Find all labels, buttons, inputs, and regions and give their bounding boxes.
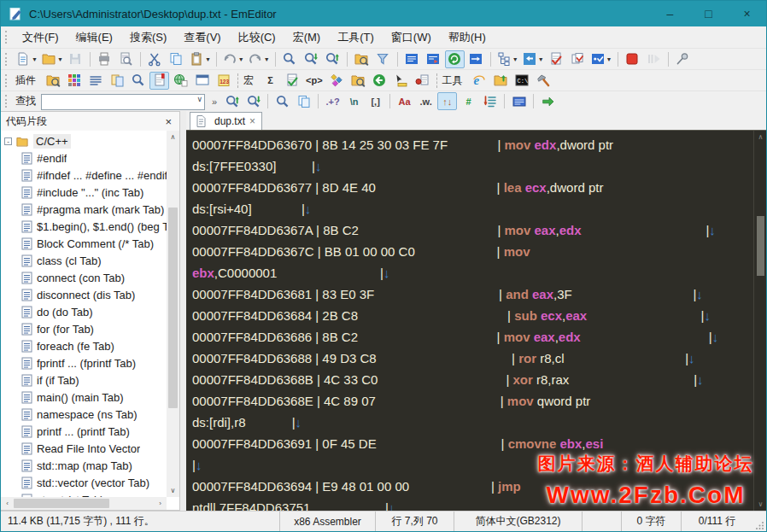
menu-item-F[interactable]: 文件(F): [14, 27, 67, 48]
findbar-overflow-icon[interactable]: »: [212, 96, 217, 107]
macro-back[interactable]: [370, 72, 389, 90]
find-previous-toolbar[interactable]: [323, 50, 343, 68]
tool-command-prompt[interactable]: C:\: [512, 72, 532, 90]
resize-grip[interactable]: [752, 512, 766, 531]
maximize-button[interactable]: □: [689, 1, 728, 26]
filter[interactable]: [373, 50, 393, 68]
macro-colors[interactable]: [327, 72, 347, 90]
use-escape-seq[interactable]: \n: [344, 92, 364, 110]
undo[interactable]: ▼: [221, 50, 245, 68]
tool-customize[interactable]: [534, 72, 553, 90]
macro-browse[interactable]: [348, 72, 368, 90]
editor-vscroll-thumb[interactable]: [757, 216, 764, 276]
wrap-by-page[interactable]: [466, 50, 486, 68]
use-number-ranges[interactable]: [,]: [366, 92, 385, 110]
scroll-down-icon[interactable]: ∨: [167, 484, 179, 497]
plugin-outline[interactable]: [85, 72, 105, 90]
find-in-files[interactable]: [352, 50, 372, 68]
tab-close-icon[interactable]: ×: [249, 115, 255, 127]
menu-item-H[interactable]: 帮助(H): [440, 27, 495, 48]
wrap-by-window[interactable]: [445, 50, 465, 68]
print[interactable]: [95, 50, 114, 68]
main-toolbar-grip[interactable]: [5, 53, 9, 66]
tree-collapse-icon[interactable]: -: [4, 137, 12, 145]
open-file-dropdown-icon[interactable]: ▼: [57, 56, 63, 62]
undo-dropdown-icon[interactable]: ▼: [238, 56, 244, 62]
menu-item-S[interactable]: 搜索(S): [121, 27, 175, 48]
find-previous[interactable]: [222, 92, 242, 110]
paste[interactable]: ▼: [188, 50, 212, 68]
jump-to-editor[interactable]: [538, 92, 558, 110]
plugin-web-preview[interactable]: [171, 72, 190, 90]
wrap-none[interactable]: [402, 50, 422, 68]
display-options[interactable]: [509, 92, 529, 110]
snippet-item[interactable]: #endif: [1, 149, 167, 167]
editor-area[interactable]: 00007FF84DD63670 | 8B 14 25 30 03 FE 7F …: [186, 131, 753, 511]
snippet-item[interactable]: printf ... (printf Tab): [1, 423, 167, 440]
open-file[interactable]: ▼: [40, 50, 64, 68]
plugins-toolbar-grip[interactable]: [5, 74, 9, 87]
copy[interactable]: [167, 50, 186, 68]
find-next[interactable]: [243, 92, 263, 110]
plugin-compare[interactable]: [107, 72, 126, 90]
snippet-item[interactable]: fprintf ... (fprintf Tab): [1, 354, 167, 371]
snippet-item[interactable]: #ifndef ... #define ... #endif: [1, 167, 167, 184]
whole-word[interactable]: .w.: [416, 92, 436, 110]
character-code-value-dropdown-icon[interactable]: ▼: [538, 56, 544, 62]
match-case[interactable]: Aa: [395, 92, 414, 110]
macro-html-tag[interactable]: <p>: [303, 72, 325, 90]
character-code-value[interactable]: ▼: [521, 50, 545, 68]
menu-item-W[interactable]: 窗口(W): [383, 27, 440, 48]
plugin-html-bar[interactable]: [64, 72, 84, 90]
menu-item-T[interactable]: 工具(T): [329, 27, 383, 48]
close-button[interactable]: ×: [728, 1, 766, 26]
snippet-item[interactable]: do (do Tab): [1, 303, 167, 320]
menu-item-E[interactable]: 编辑(E): [67, 27, 121, 48]
macro-ruler[interactable]: [391, 72, 411, 90]
extract-lines[interactable]: [480, 92, 500, 110]
find-combo-dropdown-icon[interactable]: ∨: [196, 95, 202, 103]
macro-sigma[interactable]: Σ: [261, 72, 280, 90]
incremental-search[interactable]: ↑↓: [437, 92, 457, 110]
snippet-item[interactable]: Block Comment (/* Tab): [1, 235, 167, 252]
menubar-grip[interactable]: [5, 31, 9, 44]
snippet-item[interactable]: class (cl Tab): [1, 252, 167, 269]
tool-browser[interactable]: e: [470, 72, 489, 90]
snippet-item[interactable]: foreach (fe Tab): [1, 337, 167, 354]
snippet-item[interactable]: connect (con Tab): [1, 269, 167, 286]
find-dialog[interactable]: [272, 92, 292, 110]
macro-validate[interactable]: [282, 72, 302, 90]
tab-dup-txt[interactable]: dup.txt ×: [190, 112, 262, 130]
snippet-item[interactable]: main() (main Tab): [1, 389, 167, 406]
snippet-item[interactable]: std::vector (vector Tab): [1, 474, 167, 491]
menu-item-M[interactable]: 宏(M): [284, 27, 330, 48]
redo[interactable]: ▼: [247, 50, 271, 68]
snippet-item[interactable]: $1.begin(), $1.end() (beg Tab): [1, 218, 167, 235]
plugin-window-list[interactable]: [192, 72, 212, 90]
highlight-grid[interactable]: #: [459, 92, 478, 110]
snippet-item[interactable]: Read File Into Vector: [1, 440, 167, 457]
use-regex[interactable]: .+?: [323, 92, 343, 110]
tool-export[interactable]: [491, 72, 511, 90]
print-preview[interactable]: [116, 50, 136, 68]
macro-record-doc[interactable]: [413, 72, 432, 90]
status-cursor-position[interactable]: 行 7,列 70: [375, 512, 454, 531]
record-stop[interactable]: [623, 50, 642, 68]
copy-highlighted[interactable]: [294, 92, 313, 110]
select-macro[interactable]: ▼: [589, 50, 613, 68]
minimize-button[interactable]: –: [651, 1, 689, 26]
menu-item-C[interactable]: 比较(C): [230, 27, 284, 48]
snippets-panel-close-icon[interactable]: ×: [162, 115, 174, 128]
find-toolbar-grip[interactable]: [5, 95, 9, 108]
scroll-left-icon[interactable]: ‹: [1, 497, 14, 510]
editor-scroll-up-icon[interactable]: ∧: [754, 131, 767, 143]
snippet-item[interactable]: #pragma mark (mark Tab): [1, 201, 167, 218]
snippet-item[interactable]: namespace (ns Tab): [1, 406, 167, 423]
plugin-search[interactable]: [128, 72, 148, 90]
snippets-hscrollbar[interactable]: ‹ ›: [1, 497, 167, 510]
snippets-tree[interactable]: -C/C++#endif#ifndef ... #define ... #end…: [1, 131, 179, 510]
snippet-item[interactable]: disconnect (dis Tab): [1, 286, 167, 303]
run-macro[interactable]: [568, 50, 588, 68]
outline[interactable]: ▼: [495, 50, 519, 68]
wrap-by-characters[interactable]: [424, 50, 443, 68]
